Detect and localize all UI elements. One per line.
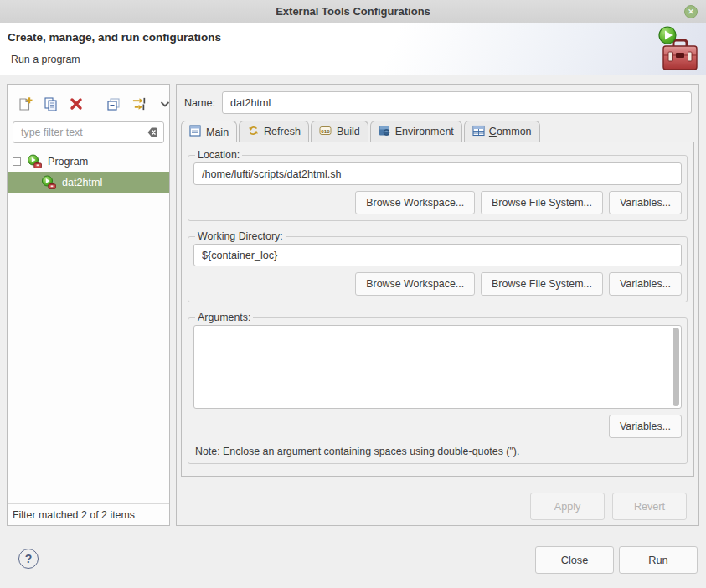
arguments-scrollbar[interactable] [673,328,679,406]
tab-build[interactable]: 010 Build [311,121,368,142]
name-input[interactable] [222,91,692,114]
arguments-buttons: Variables... [193,415,682,438]
configurations-sidebar: Program dat2html [7,84,170,526]
help-button[interactable]: ? [18,549,39,569]
location-browse-workspace-button[interactable]: Browse Workspace... [355,191,475,214]
header-title: Create, manage, and run configurations [8,31,221,44]
build-tab-icon: 010 [319,125,332,139]
refresh-tab-icon [247,125,260,139]
working-directory-legend: Working Directory: [195,230,286,242]
clear-filter-icon[interactable] [143,126,158,141]
name-row: Name: [184,91,692,114]
location-legend: Location: [195,149,242,161]
location-input[interactable] [193,162,682,185]
toolbar-menu-chevron-down-icon[interactable] [158,95,172,112]
tree-item-label: Program [48,156,88,168]
tab-label: Main [206,126,229,138]
configuration-editor-panel: Name: Main [176,84,699,526]
run-button[interactable]: Run [619,546,698,574]
tab-bar: Main Refresh 010 [181,121,542,142]
workdir-browse-workspace-button[interactable]: Browse Workspace... [355,272,475,296]
window-title: External Tools Configurations [276,5,430,18]
tab-label: Environment [395,126,454,137]
filter-box [13,121,164,143]
external-tools-toolbox-icon [656,26,699,75]
workdir-browse-filesystem-button[interactable]: Browse File System... [481,272,603,296]
window-close-icon[interactable]: ✕ [684,5,698,18]
working-directory-group: Working Directory: Browse Workspace... B… [188,230,688,302]
sidebar-toolbar [8,85,169,121]
tab-common[interactable]: Common [464,121,540,142]
apply-button[interactable]: Apply [530,493,605,520]
location-buttons: Browse Workspace... Browse File System..… [193,191,682,214]
new-configuration-icon[interactable] [17,95,33,112]
main-tab-content: Location: Browse Workspace... Browse Fil… [181,142,694,477]
arguments-textarea[interactable] [194,326,681,408]
apply-revert-row: Apply Revert [530,493,687,520]
arguments-group: Arguments: Variables... Note: Enclose an… [188,312,688,464]
arguments-note: Note: Enclose an argument containing spa… [195,446,682,457]
collapse-all-icon[interactable] [106,95,121,112]
tab-main[interactable]: Main [181,121,237,142]
program-launch-icon [27,154,43,168]
collapse-expander-icon[interactable] [13,157,21,166]
titlebar[interactable]: External Tools Configurations ✕ [0,0,706,23]
tab-label: Common [489,126,532,137]
tab-label: Build [337,126,360,137]
location-group: Location: Browse Workspace... Browse Fil… [188,149,688,221]
footer-buttons: Close Run [535,546,698,574]
configurations-tree: Program dat2html [8,151,169,193]
location-variables-button[interactable]: Variables... [609,191,682,214]
filter-input[interactable] [13,121,164,143]
external-tools-dialog: External Tools Configurations ✕ Create, … [0,0,706,588]
tree-item-program[interactable]: Program [8,151,169,172]
tab-environment[interactable]: Environment [370,121,462,142]
tab-label: Refresh [264,126,301,137]
environment-tab-icon [379,125,391,139]
close-button[interactable]: Close [535,546,614,574]
arguments-legend: Arguments: [195,312,253,323]
arguments-variables-button[interactable]: Variables... [609,415,682,438]
delete-configuration-icon[interactable] [69,95,84,112]
duplicate-configuration-icon[interactable] [43,95,59,112]
tab-refresh[interactable]: Refresh [239,121,309,142]
name-label: Name: [184,97,215,109]
working-directory-input[interactable] [193,244,682,266]
filter-status-text: Filter matched 2 of 2 items [8,503,169,525]
svg-text:010: 010 [321,127,330,133]
tree-item-label: dat2html [62,177,102,188]
workdir-variables-button[interactable]: Variables... [609,272,682,296]
working-directory-buttons: Browse Workspace... Browse File System..… [193,272,682,296]
common-tab-icon [472,125,485,139]
tree-item-dat2html[interactable]: dat2html [8,172,169,193]
location-browse-filesystem-button[interactable]: Browse File System... [481,191,603,214]
revert-button[interactable]: Revert [612,493,687,520]
filter-configurations-icon[interactable] [131,95,148,112]
header-subtitle: Run a program [11,54,80,65]
arguments-box [193,325,682,409]
main-tab-icon [189,125,202,139]
program-launch-icon [41,175,57,189]
header-banner: Create, manage, and run configurations R… [0,23,706,75]
